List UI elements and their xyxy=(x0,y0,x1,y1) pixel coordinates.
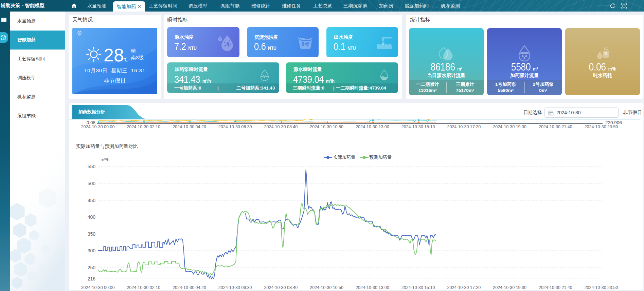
svg-text:2024-10-30 10:50: 2024-10-30 10:50 xyxy=(310,285,343,290)
svg-text:2024-10-30 00:00: 2024-10-30 00:00 xyxy=(81,124,115,129)
svg-text:300: 300 xyxy=(88,248,96,253)
svg-text:2024-10-30 23:50: 2024-10-30 23:50 xyxy=(585,285,618,290)
svg-text:2024-10-30 08:40: 2024-10-30 08:40 xyxy=(264,124,298,129)
svg-text:2024-10-30 21:40: 2024-10-30 21:40 xyxy=(539,124,572,129)
svg-text:2024-10-30 00:00: 2024-10-30 00:00 xyxy=(81,285,115,290)
svg-text:450: 450 xyxy=(88,198,96,203)
svg-text:2024-10-30 21:40: 2024-10-30 21:40 xyxy=(539,285,572,290)
svg-text:2024-10-30 02:10: 2024-10-30 02:10 xyxy=(127,124,160,129)
svg-text:350: 350 xyxy=(88,231,96,237)
svg-text:2024-10-30 19:30: 2024-10-30 19:30 xyxy=(493,285,526,290)
svg-text:2024-10-30 02:10: 2024-10-30 02:10 xyxy=(127,285,160,290)
svg-text:550: 550 xyxy=(88,164,96,169)
svg-text:2024-10-30 23:50: 2024-10-30 23:50 xyxy=(585,124,618,129)
svg-text:2024-10-30 13:00: 2024-10-30 13:00 xyxy=(356,124,389,129)
svg-text:m³/h: m³/h xyxy=(101,157,109,162)
svg-text:2024-10-30 17:20: 2024-10-30 17:20 xyxy=(447,124,481,129)
svg-text:2024-10-30 15:10: 2024-10-30 15:10 xyxy=(401,285,435,290)
svg-text:2024-10-30 06:30: 2024-10-30 06:30 xyxy=(218,124,252,129)
svg-text:2024-10-30 06:30: 2024-10-30 06:30 xyxy=(218,285,252,290)
svg-text:2024-10-30 08:40: 2024-10-30 08:40 xyxy=(264,285,298,290)
svg-text:216: 216 xyxy=(88,276,96,282)
svg-text:250: 250 xyxy=(88,265,96,270)
svg-text:2024-10-30 04:20: 2024-10-30 04:20 xyxy=(173,285,206,290)
svg-text:2024-10-30 19:30: 2024-10-30 19:30 xyxy=(493,124,526,129)
svg-text:400: 400 xyxy=(88,214,96,220)
svg-text:2024-10-30 13:00: 2024-10-30 13:00 xyxy=(356,285,389,290)
svg-text:2024-10-30 04:20: 2024-10-30 04:20 xyxy=(173,124,206,129)
svg-text:2024-10-30 15:10: 2024-10-30 15:10 xyxy=(401,124,435,129)
svg-text:2024-10-30 10:50: 2024-10-30 10:50 xyxy=(310,124,343,129)
svg-text:2024-10-30 17:20: 2024-10-30 17:20 xyxy=(447,285,481,290)
svg-text:500: 500 xyxy=(88,181,96,186)
